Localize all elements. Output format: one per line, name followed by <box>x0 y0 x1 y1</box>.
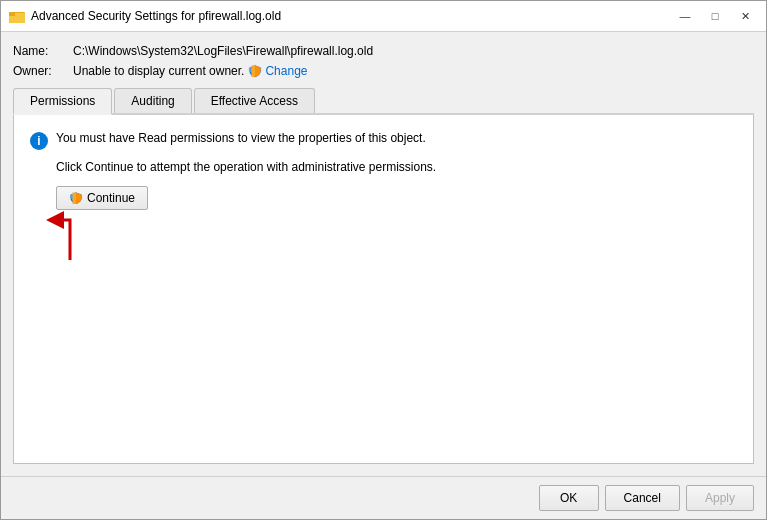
minimize-button[interactable]: — <box>672 7 698 25</box>
footer: OK Cancel Apply <box>1 476 766 519</box>
apply-button[interactable]: Apply <box>686 485 754 511</box>
title-bar-text: Advanced Security Settings for pfirewall… <box>31 9 672 23</box>
ok-button[interactable]: OK <box>539 485 599 511</box>
info-message: i You must have Read permissions to view… <box>30 131 737 150</box>
svg-rect-4 <box>252 66 256 77</box>
change-owner-link[interactable]: Change <box>248 64 307 78</box>
tab-permissions[interactable]: Permissions <box>13 88 112 115</box>
window-icon <box>9 8 25 24</box>
name-label: Name: <box>13 44 73 58</box>
tabs-container: Permissions Auditing Effective Access <box>13 88 754 115</box>
cancel-button[interactable]: Cancel <box>605 485 680 511</box>
info-message-text: You must have Read permissions to view t… <box>56 131 426 145</box>
title-bar-controls: — □ ✕ <box>672 7 758 25</box>
main-window: Advanced Security Settings for pfirewall… <box>0 0 767 520</box>
name-value: C:\Windows\System32\LogFiles\Firewall\pf… <box>73 44 373 58</box>
info-icon: i <box>30 132 48 150</box>
red-arrow <box>40 200 90 270</box>
maximize-button[interactable]: □ <box>702 7 728 25</box>
tab-content-area: i You must have Read permissions to view… <box>13 115 754 464</box>
content-area: Continue <box>30 186 737 210</box>
svg-rect-3 <box>9 13 15 16</box>
close-button[interactable]: ✕ <box>732 7 758 25</box>
owner-label: Owner: <box>13 64 73 78</box>
title-bar: Advanced Security Settings for pfirewall… <box>1 1 766 32</box>
tab-auditing[interactable]: Auditing <box>114 88 191 113</box>
continue-button-label: Continue <box>87 191 135 205</box>
owner-value: Unable to display current owner. <box>73 64 244 78</box>
change-link-text: Change <box>265 64 307 78</box>
shield-icon <box>248 64 262 78</box>
owner-row: Owner: Unable to display current owner. … <box>13 64 754 78</box>
window-body: Name: C:\Windows\System32\LogFiles\Firew… <box>1 32 766 476</box>
name-row: Name: C:\Windows\System32\LogFiles\Firew… <box>13 44 754 58</box>
tab-effective-access[interactable]: Effective Access <box>194 88 315 113</box>
click-continue-text: Click Continue to attempt the operation … <box>56 160 737 174</box>
